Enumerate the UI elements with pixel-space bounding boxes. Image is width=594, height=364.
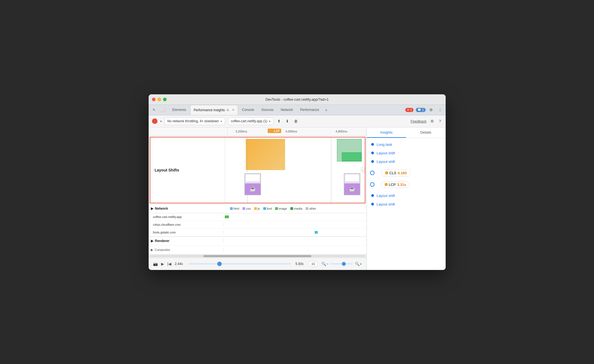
insight-layout-shift-4[interactable]: Layout shift [367,200,446,209]
legend-html-dot [230,207,233,210]
error-badge: ✕ 1 [405,108,414,112]
compositor-label: ▶ Compositor [149,248,223,252]
record-dropdown[interactable]: ▾ [160,120,162,123]
insight-layout-shift-3[interactable]: Layout shift [367,191,446,200]
chat-badge: 💬 1 [416,108,425,112]
tab-sources-label: Sources [261,108,273,112]
skip-icon[interactable]: |◀ [167,262,172,266]
pointer-icon[interactable]: ↖ [151,106,157,113]
timeline-slider[interactable] [189,263,291,264]
scrollbar-thumb[interactable] [203,255,311,257]
record-button[interactable] [152,118,157,124]
legend-other: other [306,207,316,210]
window-title: DevTools - coffee-cart.netlify.app/?ad=1 [265,97,329,102]
lcp-badge-dot [385,183,388,186]
throttling-label: No network throttling, 4× slowdown [167,119,219,123]
network-header: ▶ Network html css [149,204,366,213]
right-panel: Insights Details Long task Layout shift [367,128,446,270]
upload-icon[interactable]: ⬆ [276,118,282,124]
play-icon[interactable]: ▶ [161,262,164,266]
layout-shifts-row: Layout Shifts [150,137,365,203]
legend-font-dot [263,207,266,210]
tab-perf-label: Performance insights [194,108,225,112]
legend-image-dot [275,207,278,210]
insight-link-ls3[interactable]: Layout shift [377,194,395,198]
timeline-thumb[interactable] [217,262,222,266]
minimize-button[interactable] [157,98,161,101]
tab-performance-insights[interactable]: Performance insights ⚠ ✕ [190,105,238,115]
thumbnail-2: ☕ [344,173,360,195]
network-row-bar-1 [223,213,366,221]
time-start: 2.44s [175,262,184,266]
maximize-button[interactable] [163,98,167,101]
tab-bar: ↖ ⬜ Elements Performance insights ⚠ ✕ Co… [149,105,446,115]
legend-html: html [230,207,239,210]
throttling-select[interactable]: No network throttling, 4× slowdown ▾ [164,117,225,125]
time-end: 5.93s [295,262,305,266]
compositor-expand-icon[interactable]: ▶ [151,248,153,252]
renderer-section: ▶ Renderer ▶ Compositor [149,236,366,254]
title-bar: DevTools - coffee-cart.netlify.app/?ad=1 [149,94,446,105]
shift-block-orange [246,139,285,170]
bar-green-1 [225,215,229,218]
tab-performance[interactable]: Performance [297,105,322,115]
zoom-out-icon[interactable]: 🔍− [321,262,328,266]
network-section: ▶ Network html css [149,204,366,236]
screenshot-icon[interactable]: 📷 [153,262,158,266]
tab-sources[interactable]: Sources [258,105,277,115]
tab-close-icon[interactable]: ✕ [232,108,234,112]
tab-network-label: Network [281,108,293,112]
page-select[interactable]: coffee-cart.netlify.app (1) ▾ [228,117,273,125]
delete-icon[interactable]: 🗑 [293,118,299,124]
more-options-icon[interactable]: ⋮ [437,106,443,113]
legend-js: js [254,207,260,210]
settings-icon[interactable]: ⚙ [428,106,435,113]
speed-badge[interactable]: x1 [308,261,318,267]
network-title: ▶ Network [151,207,226,210]
left-panel: 3,200ms 4,000ms 4,800ms LCP Layout Shift… [149,128,367,270]
tab-console[interactable]: Console [239,105,257,115]
bottom-toolbar: 📷 ▶ |◀ 2.44s 5.93s x1 🔍− 🔍+ [149,258,366,270]
scrollbar-track[interactable] [150,255,365,257]
insight-link-ls1[interactable]: Layout shift [377,151,395,155]
tab-elements[interactable]: Elements [169,105,190,115]
lcp-badge: LCP [268,129,281,133]
lcp-label: LCP [389,183,396,187]
throttling-arrow: ▾ [221,120,222,123]
network-row-2: cdnjs.cloudflare.com [149,221,366,229]
insight-link-ls4[interactable]: Layout shift [377,202,395,206]
help-icon[interactable]: ? [438,118,442,124]
horizontal-scrollbar[interactable] [149,254,366,258]
insight-dot-3 [371,160,374,163]
insight-link-long-task[interactable]: Long task [377,142,392,147]
insight-link-ls2[interactable]: Layout shift [377,160,395,164]
renderer-expand-icon[interactable]: ▶ [151,239,153,243]
feedback-link[interactable]: Feedback [411,119,427,123]
legend-other-dot [306,207,308,210]
insight-long-task[interactable]: Long task [367,140,446,149]
close-button[interactable] [152,98,156,101]
network-row-1: coffee-cart.netlify.app [149,213,366,221]
insight-layout-shift-2[interactable]: Layout shift [367,157,446,166]
network-row-label-2: cdnjs.cloudflare.com [149,223,223,226]
zoom-thumb[interactable] [342,262,346,266]
network-legend: html css js font [230,207,316,210]
tab-network[interactable]: Network [277,105,296,115]
settings2-icon[interactable]: ⚙ [429,118,435,124]
device-icon[interactable]: ⬜ [160,106,166,113]
scroll-indicator[interactable]: › [361,167,365,173]
tab-insights[interactable]: Insights [367,128,406,138]
download-icon[interactable]: ⬇ [285,118,290,124]
traffic-lights [152,98,167,101]
zoom-slider[interactable] [330,263,353,264]
time-mark-3: 4,800ms [335,130,347,133]
network-expand-icon[interactable]: ▶ [151,207,153,210]
tab-elements-label: Elements [172,108,186,112]
zoom-in-icon[interactable]: 🔍+ [355,262,362,266]
legend-media: media [290,207,302,210]
right-panel-tabs: Insights Details [367,128,446,138]
insight-layout-shift-1[interactable]: Layout shift [367,149,446,157]
more-tabs-button[interactable]: » [323,105,329,115]
lcp-value: 3.31s [397,183,406,187]
tab-details[interactable]: Details [406,128,446,138]
